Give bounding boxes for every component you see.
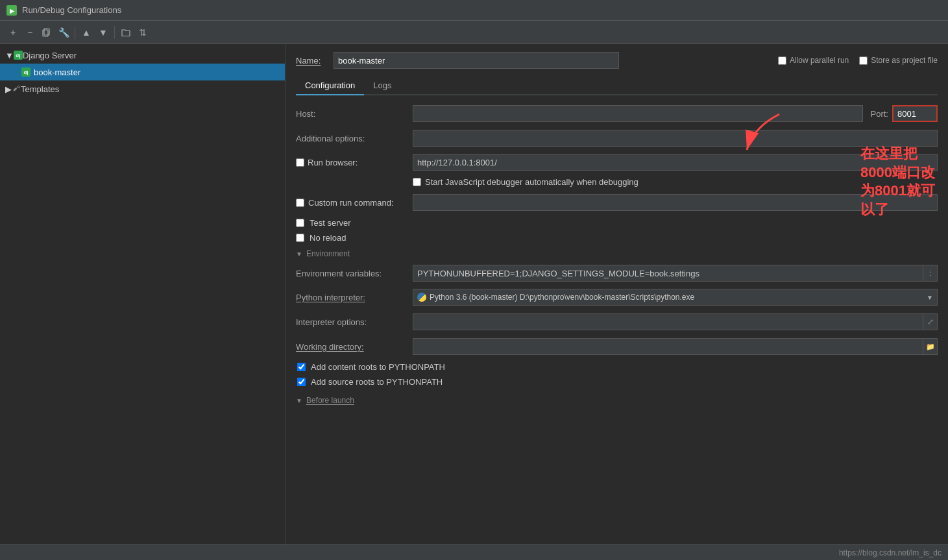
custom-run-command-input[interactable] xyxy=(413,194,938,211)
add-content-roots-label: Add content roots to PYTHONPATH xyxy=(311,362,445,372)
run-browser-url-input[interactable] xyxy=(413,154,938,171)
app-icon: ▶ xyxy=(6,5,17,16)
env-vars-input[interactable] xyxy=(413,265,923,282)
python-interpreter-value: Python 3.6 (book-master) D:\pythonpro\ve… xyxy=(430,293,694,302)
copy-button[interactable] xyxy=(39,25,55,40)
js-debugger-checkbox[interactable] xyxy=(413,178,421,186)
tab-logs[interactable]: Logs xyxy=(364,77,400,95)
name-label: Name: xyxy=(296,56,328,66)
env-vars-row: Environment variables: ⋮ xyxy=(296,265,938,282)
status-bar: https://blog.csdn.net/lm_is_dc xyxy=(0,544,948,560)
allow-parallel-label[interactable]: Allow parallel run xyxy=(778,56,849,65)
additional-options-input[interactable] xyxy=(413,130,938,147)
group-arrow-templates: ▶ xyxy=(5,84,12,94)
additional-options-row: Additional options: xyxy=(296,129,938,147)
sidebar-item-book-master[interactable]: dj book-master xyxy=(0,64,285,80)
sidebar: ▼ dj Django Server dj book-master ▶ Temp… xyxy=(0,44,286,544)
interpreter-options-label: Interpreter options: xyxy=(296,317,413,327)
working-directory-input[interactable] xyxy=(413,338,923,355)
port-label: Port: xyxy=(871,109,888,119)
group-arrow-django: ▼ xyxy=(5,51,14,60)
form-section: Host: Port: Additional options: Run brow… xyxy=(296,104,938,537)
main-container: ▼ dj Django Server dj book-master ▶ Temp… xyxy=(0,44,948,544)
env-vars-label: Environment variables: xyxy=(296,269,413,278)
test-server-label: Test server xyxy=(310,218,351,228)
store-as-project-label[interactable]: Store as project file xyxy=(859,56,938,65)
wrench-icon xyxy=(12,84,21,95)
python-interpreter-select[interactable]: Python 3.6 (book-master) D:\pythonpro\ve… xyxy=(413,289,938,306)
store-as-project-checkbox[interactable] xyxy=(859,56,868,65)
toolbar: + − 🔧 ▲ ▼ ⇅ xyxy=(0,21,948,44)
sidebar-group-django-label: Django Server xyxy=(23,51,77,60)
no-reload-row: No reload xyxy=(296,233,938,243)
custom-run-command-row: Custom run command: xyxy=(296,193,938,212)
env-input-wrap: ⋮ xyxy=(413,265,938,282)
toolbar-separator-1 xyxy=(75,26,75,39)
env-browse-button[interactable]: ⋮ xyxy=(923,265,938,282)
django-icon: dj xyxy=(14,51,23,60)
expand-button[interactable]: ⤢ xyxy=(923,313,938,330)
folder-button[interactable] xyxy=(118,25,134,40)
custom-run-command-checkbox[interactable] xyxy=(296,199,304,207)
allow-parallel-checkbox[interactable] xyxy=(778,56,786,65)
no-reload-checkbox[interactable] xyxy=(296,234,304,242)
environment-arrow-icon: ▼ xyxy=(296,250,302,258)
add-button[interactable]: + xyxy=(5,25,21,40)
add-content-roots-checkbox[interactable] xyxy=(297,363,306,371)
name-row: Name: Allow parallel run Store as projec… xyxy=(296,52,938,69)
host-input[interactable] xyxy=(413,105,863,122)
python-interpreter-row: Python interpreter: Python 3.6 (book-mas… xyxy=(296,288,938,306)
down-button[interactable]: ▼ xyxy=(95,25,111,40)
sidebar-item-book-master-label: book-master xyxy=(34,67,80,77)
interpreter-options-row: Interpreter options: ⤢ xyxy=(296,313,938,331)
tab-configuration[interactable]: Configuration xyxy=(296,77,364,95)
add-source-roots-label: Add source roots to PYTHONPATH xyxy=(311,377,443,387)
toolbar-separator-2 xyxy=(114,26,115,39)
run-browser-checkbox[interactable] xyxy=(296,158,304,167)
before-launch-section[interactable]: ▼ Before launch xyxy=(296,396,938,405)
title-bar: ▶ Run/Debug Configurations xyxy=(0,0,948,21)
sidebar-group-templates[interactable]: ▶ Templates xyxy=(0,80,285,97)
remove-button[interactable]: − xyxy=(22,25,38,40)
port-input[interactable] xyxy=(892,105,938,122)
add-source-roots-checkbox[interactable] xyxy=(297,378,306,386)
python-icon xyxy=(417,293,426,302)
add-source-roots-row: Add source roots to PYTHONPATH xyxy=(296,377,938,387)
window-title: Run/Debug Configurations xyxy=(22,5,121,15)
custom-run-command-label: Custom run command: xyxy=(308,198,394,208)
name-input[interactable] xyxy=(334,52,619,69)
header-options: Allow parallel run Store as project file xyxy=(778,56,938,65)
run-browser-checkbox-wrap: Run browser: xyxy=(296,158,413,167)
working-directory-row: Working directory: 📁 xyxy=(296,337,938,356)
sidebar-group-django[interactable]: ▼ dj Django Server xyxy=(0,47,285,64)
no-reload-label: No reload xyxy=(310,233,346,243)
environment-section-label: Environment xyxy=(306,249,350,258)
wrench-button[interactable]: 🔧 xyxy=(56,25,71,40)
js-debugger-row: Start JavaScript debugger automatically … xyxy=(296,177,938,187)
django-run-icon: dj xyxy=(21,67,31,77)
svg-text:▶: ▶ xyxy=(10,8,15,14)
run-browser-row: Run browser: xyxy=(296,154,938,171)
before-launch-arrow-icon: ▼ xyxy=(296,397,302,404)
interpreter-content: Python 3.6 (book-master) D:\pythonpro\ve… xyxy=(417,293,927,302)
host-label: Host: xyxy=(296,109,413,119)
js-debugger-label: Start JavaScript debugger automatically … xyxy=(425,177,638,187)
environment-section[interactable]: ▼ Environment xyxy=(296,249,938,258)
interpreter-dropdown-arrow: ▼ xyxy=(927,294,933,301)
test-server-checkbox[interactable] xyxy=(296,219,304,227)
working-dir-folder-button[interactable]: 📁 xyxy=(923,338,938,355)
add-content-roots-row: Add content roots to PYTHONPATH xyxy=(296,362,938,372)
python-interpreter-label: Python interpreter: xyxy=(296,293,413,302)
sidebar-group-templates-label: Templates xyxy=(21,84,59,94)
working-directory-label: Working directory: xyxy=(296,342,413,352)
additional-options-label: Additional options: xyxy=(296,134,413,143)
sort-button[interactable]: ⇅ xyxy=(135,25,151,40)
run-browser-label: Run browser: xyxy=(308,158,358,167)
test-server-row: Test server xyxy=(296,218,938,228)
before-launch-label: Before launch xyxy=(306,396,354,405)
interpreter-options-input[interactable] xyxy=(413,313,923,330)
host-row: Host: Port: xyxy=(296,104,938,123)
up-button[interactable]: ▲ xyxy=(79,25,94,40)
tabs: Configuration Logs xyxy=(296,77,938,95)
status-url: https://blog.csdn.net/lm_is_dc xyxy=(839,548,942,557)
